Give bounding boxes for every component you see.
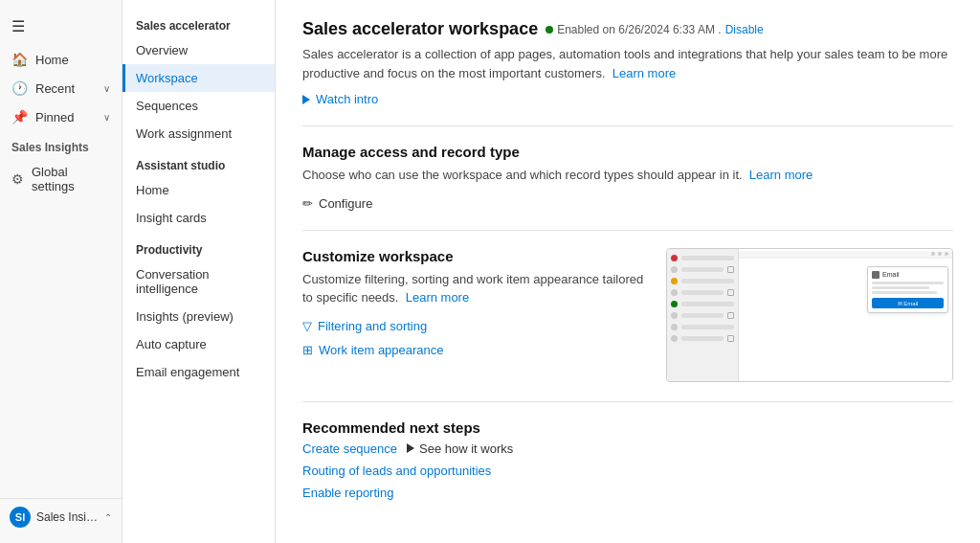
filtering-label: Filtering and sorting	[318, 319, 427, 333]
manage-access-section: Manage access and record type Choose who…	[302, 144, 953, 211]
learn-more-link-manage[interactable]: Learn more	[749, 168, 813, 182]
disable-link[interactable]: Disable	[725, 23, 764, 36]
nav-global-settings-label: Global settings	[32, 165, 110, 193]
hamburger-menu[interactable]: ☰	[0, 8, 122, 45]
nav-sequences[interactable]: Sequences	[122, 92, 275, 120]
watch-intro-button[interactable]: Watch intro	[302, 92, 953, 106]
see-how-label: See how it works	[419, 441, 513, 456]
nav-recent-label: Recent	[35, 81, 75, 96]
customize-left-panel: Customize workspace Customize filtering,…	[302, 248, 647, 367]
nav-workspace[interactable]: Workspace	[122, 64, 275, 92]
nav-home-label: Home	[35, 53, 69, 67]
main-content-area: Sales accelerator workspace Enabled on 6…	[276, 0, 980, 543]
pencil-icon: ✏	[302, 196, 313, 211]
nav-overview[interactable]: Overview	[122, 36, 275, 64]
workspace-preview-image: Email ✉ Email	[666, 248, 953, 382]
divider-3	[302, 401, 953, 402]
sales-insights-section: Sales Insights	[0, 131, 122, 158]
configure-label: Configure	[319, 196, 372, 211]
customize-desc: Customize filtering, sorting and work it…	[302, 270, 647, 307]
nav-pinned[interactable]: 📌 Pinned ∨	[0, 102, 122, 131]
nav-pinned-label: Pinned	[35, 110, 74, 124]
manage-access-desc: Choose who can use the workspace and whi…	[302, 166, 953, 185]
green-dot-icon	[546, 26, 553, 34]
avatar: SI	[10, 507, 31, 528]
enable-reporting-link[interactable]: Enable reporting	[302, 486, 953, 500]
workitem-label: Work item appearance	[319, 343, 444, 357]
left-navigation: ☰ 🏠 Home 🕐 Recent ∨ 📌 Pinned ∨ Sales Ins…	[0, 0, 122, 543]
nav-recent[interactable]: 🕐 Recent ∨	[0, 74, 122, 102]
nav-work-assignment[interactable]: Work assignment	[122, 120, 275, 147]
global-settings-icon: ⚙	[11, 171, 24, 187]
nav-home[interactable]: 🏠 Home	[0, 45, 122, 74]
nav-auto-capture[interactable]: Auto capture	[122, 330, 275, 358]
work-item-appearance-link[interactable]: ⊞ Work item appearance	[302, 343, 647, 357]
recent-icon: 🕐	[11, 80, 28, 96]
chevron-down-icon-2: ∨	[103, 112, 110, 123]
assistant-studio-section-label: Assistant studio	[122, 147, 275, 176]
grid-icon: ⊞	[302, 343, 313, 357]
home-icon: 🏠	[11, 52, 28, 67]
productivity-section-label: Productivity	[122, 232, 275, 260]
see-how-it-works-button[interactable]: See how it works	[407, 441, 513, 456]
nav-assistant-home[interactable]: Home	[122, 176, 275, 204]
play-icon-2	[407, 443, 414, 453]
chevron-down-icon: ∨	[103, 83, 110, 94]
configure-button[interactable]: ✏ Configure	[302, 196, 372, 211]
pin-icon: 📌	[11, 109, 28, 124]
routing-link[interactable]: Routing of leads and opportunities	[302, 464, 953, 478]
enabled-text: Enabled on 6/26/2024 6:33 AM .	[557, 23, 721, 36]
page-description: Sales accelerator is a collection of app…	[302, 45, 953, 82]
manage-access-title: Manage access and record type	[302, 144, 953, 160]
learn-more-link-main[interactable]: Learn more	[612, 66, 676, 80]
learn-more-link-customize[interactable]: Learn more	[406, 290, 469, 305]
recommended-title: Recommended next steps	[302, 419, 953, 436]
create-sequence-link[interactable]: Create sequence	[302, 441, 397, 456]
user-label: Sales Insights sett...	[36, 510, 99, 524]
create-sequence-row: Create sequence See how it works	[302, 441, 953, 456]
user-settings-bar[interactable]: SI Sales Insights sett... ⌃	[0, 498, 122, 535]
nav-insights-preview[interactable]: Insights (preview)	[122, 303, 275, 330]
nav-email-engagement[interactable]: Email engagement	[122, 358, 275, 386]
filter-icon: ▽	[302, 319, 312, 333]
user-chevron-icon: ⌃	[104, 512, 112, 523]
recommended-next-steps-section: Recommended next steps Create sequence S…	[302, 419, 953, 500]
sales-accelerator-section-label: Sales accelerator	[122, 8, 275, 36]
enabled-badge: Enabled on 6/26/2024 6:33 AM . Disable	[546, 23, 764, 36]
divider-2	[302, 230, 953, 231]
play-icon	[302, 95, 310, 104]
watch-intro-label: Watch intro	[316, 92, 378, 106]
page-title: Sales accelerator workspace	[302, 19, 538, 39]
page-header: Sales accelerator workspace Enabled on 6…	[302, 19, 953, 39]
nav-conversation-intelligence[interactable]: Conversation intelligence	[122, 260, 275, 303]
nav-insight-cards[interactable]: Insight cards	[122, 204, 275, 232]
secondary-navigation: Sales accelerator Overview Workspace Seq…	[122, 0, 276, 543]
divider-1	[302, 125, 953, 126]
customize-title: Customize workspace	[302, 248, 647, 264]
filtering-sorting-link[interactable]: ▽ Filtering and sorting	[302, 319, 647, 333]
nav-global-settings[interactable]: ⚙ Global settings	[0, 158, 122, 200]
customize-workspace-section: Customize workspace Customize filtering,…	[302, 248, 953, 382]
